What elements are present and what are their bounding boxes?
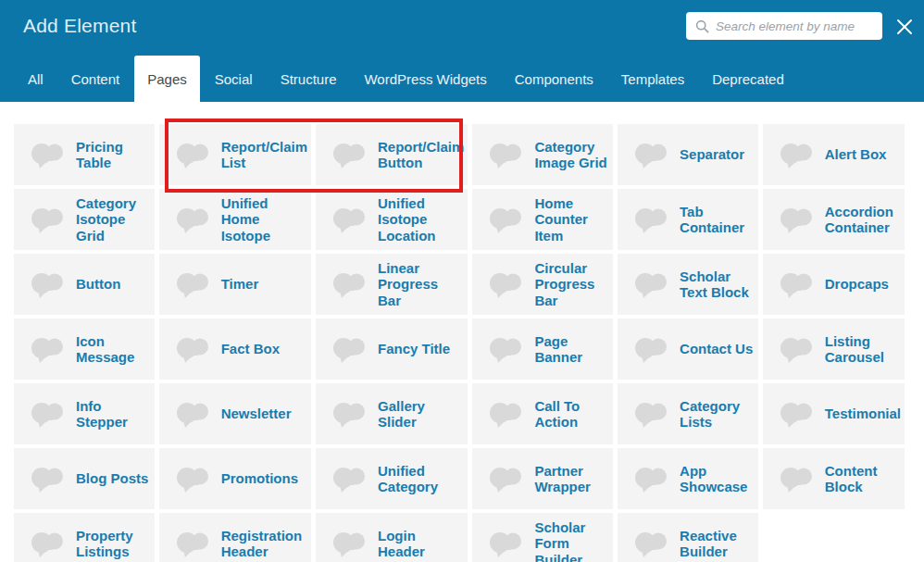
element-label: Accordion Container (825, 204, 905, 236)
element-label: Promotions (221, 470, 302, 486)
element-tile-dropcaps[interactable]: Dropcaps (763, 254, 905, 315)
element-tile-login-header[interactable]: Login Header (316, 513, 468, 562)
element-cloud-icon (779, 270, 816, 299)
element-tile-registration-header[interactable]: Registration Header (159, 513, 311, 562)
element-cloud-icon (779, 335, 816, 364)
element-cloud-icon (633, 465, 670, 493)
tab-label: All (28, 71, 44, 87)
tab-structure[interactable]: Structure (268, 56, 350, 102)
element-tile-reactive-builder[interactable]: Reactive Builder (618, 513, 758, 562)
element-tile-circular-progress-bar[interactable]: Circular Progress Bar (472, 254, 613, 315)
element-cloud-icon (30, 400, 67, 429)
element-tile-promotions[interactable]: Promotions (159, 448, 311, 509)
element-label: Unified Home Isotope (221, 195, 311, 244)
element-cloud-icon (30, 335, 67, 364)
element-tile-unified-isotope-location[interactable]: Unified Isotope Location (316, 189, 468, 250)
search-input[interactable] (716, 19, 882, 33)
element-label: Login Header (378, 528, 468, 560)
element-tile-property-listings[interactable]: Property Listings (14, 513, 155, 562)
element-label: Dropcaps (825, 276, 893, 292)
element-tile-testimonial[interactable]: Testimonial (763, 383, 905, 444)
tab-label: Pages (147, 71, 187, 87)
tab-templates[interactable]: Templates (608, 56, 697, 102)
tab-label: Templates (621, 71, 684, 87)
element-tile-newsletter[interactable]: Newsletter (159, 383, 311, 444)
element-label: Report/Claim Button (378, 139, 468, 171)
element-cloud-icon (488, 465, 525, 493)
element-tile-accordion-container[interactable]: Accordion Container (763, 189, 905, 250)
element-tile-scholar-text-block[interactable]: Scholar Text Block (618, 254, 758, 315)
element-tile-fancy-title[interactable]: Fancy Title (316, 318, 468, 380)
tab-social[interactable]: Social (202, 56, 266, 102)
element-cloud-icon (488, 400, 525, 429)
element-cloud-icon (488, 335, 525, 364)
element-tile-category-image-grid[interactable]: Category Image Grid (472, 124, 613, 185)
element-label: Category Lists (680, 398, 758, 431)
element-cloud-icon (779, 465, 816, 493)
element-tile-linear-progress-bar[interactable]: Linear Progress Bar (316, 254, 468, 315)
element-tile-contact-us[interactable]: Contact Us (618, 318, 758, 380)
search-box[interactable] (686, 12, 882, 40)
element-tile-gallery-slider[interactable]: Gallery Slider (316, 383, 468, 444)
element-label: Reactive Builder (680, 528, 758, 560)
element-tile-category-isotope-grid[interactable]: Category Isotope Grid (14, 189, 155, 250)
element-label: Alert Box (825, 146, 891, 162)
element-tile-info-stepper[interactable]: Info Stepper (14, 383, 155, 444)
element-label: Fact Box (221, 341, 283, 356)
tab-content[interactable]: Content (58, 56, 133, 102)
modal-title: Add Element (23, 15, 136, 37)
element-cloud-icon (175, 465, 212, 493)
element-tile-listing-carousel[interactable]: Listing Carousel (763, 318, 905, 380)
element-cloud-icon (30, 270, 67, 299)
element-label: Linear Progress Bar (378, 260, 468, 308)
element-tile-alert-box[interactable]: Alert Box (763, 124, 905, 185)
element-tile-blog-posts[interactable]: Blog Posts (14, 448, 155, 509)
element-tile-page-banner[interactable]: Page Banner (472, 318, 613, 380)
element-label: Circular Progress Bar (534, 260, 613, 308)
element-tile-content-block[interactable]: Content Block (763, 448, 905, 509)
tab-pages[interactable]: Pages (134, 56, 200, 102)
element-tile-timer[interactable]: Timer (159, 254, 311, 315)
category-tab-bar: All Content Pages Social Structure WordP… (0, 56, 924, 102)
element-cloud-icon (30, 206, 67, 234)
search-icon (695, 19, 709, 33)
element-tile-unified-category[interactable]: Unified Category (316, 448, 468, 509)
element-label: Property Listings (76, 528, 155, 560)
element-tile-tab-container[interactable]: Tab Container (618, 189, 758, 250)
element-tile-partner-wrapper[interactable]: Partner Wrapper (472, 448, 613, 509)
tab-wordpress-widgets[interactable]: WordPress Widgets (351, 56, 499, 102)
tab-all[interactable]: All (15, 56, 56, 102)
element-tile-scholar-form-builder[interactable]: Scholar Form Builder (472, 513, 613, 562)
element-cloud-icon (633, 335, 670, 364)
element-cloud-icon (30, 465, 67, 493)
element-tile-report-claim-list[interactable]: Report/Claim List (159, 124, 311, 185)
element-tile-report-claim-button[interactable]: Report/Claim Button (316, 124, 468, 185)
element-tile-icon-message[interactable]: Icon Message (14, 318, 155, 380)
element-cloud-icon (331, 530, 368, 558)
element-tile-fact-box[interactable]: Fact Box (159, 318, 311, 380)
element-tile-button[interactable]: Button (14, 254, 155, 315)
element-label: Button (76, 276, 124, 292)
close-button[interactable] (894, 17, 915, 37)
element-label: Tab Container (680, 204, 758, 236)
element-tile-unified-home-isotope[interactable]: Unified Home Isotope (159, 189, 311, 250)
element-cloud-icon (30, 530, 67, 558)
element-tile-call-to-action[interactable]: Call To Action (472, 383, 613, 444)
element-label: Pricing Table (76, 139, 155, 171)
element-label: Call To Action (534, 398, 613, 431)
element-cloud-icon (633, 400, 670, 429)
element-cloud-icon (30, 141, 67, 169)
tab-components[interactable]: Components (502, 56, 606, 102)
element-label: Blog Posts (76, 470, 152, 486)
element-label: Registration Header (221, 528, 311, 560)
element-tile-separator[interactable]: Separator (618, 124, 758, 185)
element-label: Timer (221, 276, 263, 292)
element-tile-category-lists[interactable]: Category Lists (618, 383, 758, 444)
element-tile-pricing-table[interactable]: Pricing Table (14, 124, 155, 185)
tab-deprecated[interactable]: Deprecated (699, 56, 797, 102)
element-tile-home-counter-item[interactable]: Home Counter Item (472, 189, 613, 250)
tab-label: WordPress Widgets (364, 71, 486, 87)
element-label: Newsletter (221, 406, 295, 421)
element-tile-app-showcase[interactable]: App Showcase (618, 448, 758, 509)
element-label: Contact Us (680, 341, 756, 356)
